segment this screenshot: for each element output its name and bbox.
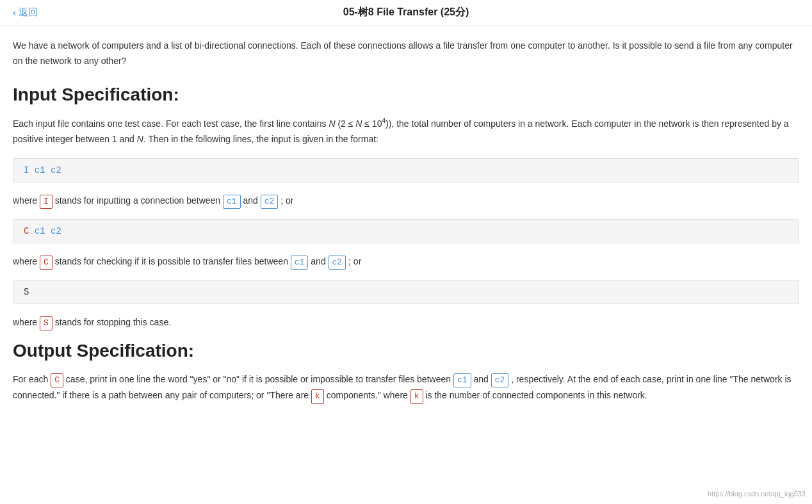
where-line-1: where I stands for inputting a connectio… bbox=[13, 193, 799, 209]
output-desc4: components." where bbox=[327, 390, 410, 400]
where-line-2: where C stands for checking if it is pos… bbox=[13, 254, 799, 270]
code-c1-1: c1 bbox=[35, 165, 45, 175]
output-desc5: is the number of connected components in… bbox=[425, 390, 647, 400]
input-math-n3: N bbox=[137, 134, 143, 144]
where1-end: ; or bbox=[280, 195, 293, 206]
where3-suffix: stands for stopping this case. bbox=[55, 317, 171, 327]
where1-suffix: stands for inputting a connection betwee… bbox=[55, 195, 223, 206]
output-description: For each C case, print in one line the w… bbox=[13, 371, 799, 403]
code-inline-C-output: C bbox=[51, 373, 63, 387]
code-inline-S: S bbox=[40, 316, 53, 330]
output-desc2: case, print in one line the word "yes" o… bbox=[66, 374, 453, 384]
code-inline-c2-1: c2 bbox=[261, 195, 279, 209]
code-inline-c1-2: c1 bbox=[291, 256, 309, 270]
code-inline-C: C bbox=[40, 256, 53, 270]
output-desc1: For each bbox=[13, 374, 51, 384]
input-math-n: N bbox=[329, 118, 335, 128]
input-desc-p1: Each input file contains one test case. … bbox=[13, 118, 329, 128]
back-arrow-icon: ‹ bbox=[13, 7, 16, 19]
where2-suffix: stands for checking if it is possible to… bbox=[55, 256, 291, 266]
intro-paragraph: We have a network of computers and a lis… bbox=[13, 38, 799, 69]
output-and1: and bbox=[473, 374, 491, 384]
input-spec-heading: Input Specification: bbox=[13, 85, 799, 105]
code-S: S bbox=[24, 287, 29, 297]
page-title: 05-树8 File Transfer (25分) bbox=[343, 6, 469, 19]
code-inline-c1-output: c1 bbox=[453, 373, 471, 387]
where2-prefix: where bbox=[13, 256, 37, 266]
code-block-3: S bbox=[13, 280, 799, 304]
code-c1-2: c1 bbox=[35, 226, 45, 236]
back-label: 返回 bbox=[19, 6, 38, 19]
input-math-n2: N bbox=[355, 118, 362, 128]
header: ‹ 返回 05-树8 File Transfer (25分) bbox=[0, 0, 812, 26]
where1-and: and bbox=[243, 195, 261, 206]
where2-and: and bbox=[311, 256, 328, 266]
where2-end: ; or bbox=[348, 256, 361, 266]
input-desc-p3: . Then in the following lines, the input… bbox=[143, 134, 378, 144]
input-math-sup: 4 bbox=[382, 117, 386, 124]
where3-prefix: where bbox=[13, 317, 37, 327]
code-block-1: I c1 c2 bbox=[13, 158, 799, 183]
input-description: Each input file contains one test case. … bbox=[13, 115, 799, 148]
code-C: C bbox=[24, 226, 29, 236]
main-content: We have a network of computers and a lis… bbox=[0, 26, 812, 427]
code-block-2: C c1 c2 bbox=[13, 219, 799, 243]
where1-prefix: where bbox=[13, 195, 37, 206]
code-I: I bbox=[24, 165, 29, 175]
where-line-3: where S stands for stopping this case. bbox=[13, 314, 799, 330]
code-inline-c2-output: c2 bbox=[491, 373, 509, 387]
code-inline-k1: k bbox=[311, 389, 324, 403]
code-inline-k2: k bbox=[410, 389, 423, 403]
code-inline-c1-1: c1 bbox=[223, 195, 241, 209]
code-c2-1: c2 bbox=[51, 165, 61, 175]
code-inline-I: I bbox=[40, 195, 53, 209]
code-c2-2: c2 bbox=[51, 226, 61, 236]
output-spec-heading: Output Specification: bbox=[13, 341, 799, 361]
code-inline-c2-2: c2 bbox=[329, 256, 346, 270]
back-button[interactable]: ‹ 返回 bbox=[13, 6, 38, 19]
